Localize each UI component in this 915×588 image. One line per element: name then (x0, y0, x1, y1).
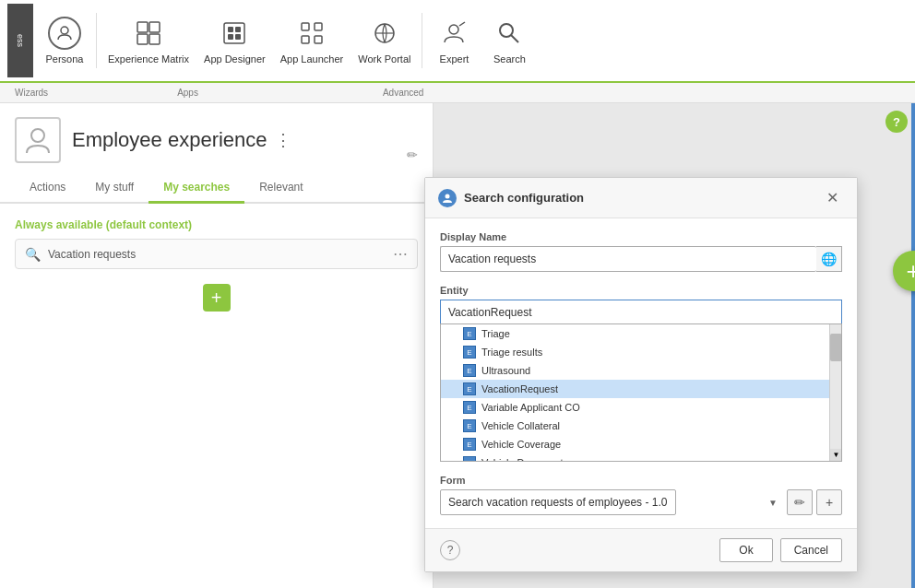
globe-button[interactable]: 🌐 (816, 246, 842, 272)
persona-icon (48, 17, 81, 50)
entity-item-vehicle-collateral[interactable]: E Vehicle Collateral (441, 417, 841, 435)
entity-icon-variable-applicant: E (463, 401, 476, 414)
modal-title: Search configuration (464, 191, 821, 205)
form-edit-button[interactable]: ✏ (787, 489, 813, 515)
app-launcher-icon (295, 17, 328, 50)
svg-rect-11 (315, 23, 322, 30)
subheader: Wizards Apps Advanced (0, 83, 915, 103)
group-apps-label: Apps (177, 88, 198, 98)
toolbar-item-persona[interactable]: Persona (37, 4, 92, 77)
form-row: Search vacation requests of employees - … (440, 489, 842, 515)
svg-point-21 (446, 194, 450, 198)
edit-icon[interactable]: ✏ (407, 147, 418, 166)
entity-icon-vacation-request: E (463, 382, 476, 395)
tab-relevant[interactable]: Relevant (244, 173, 317, 204)
scrollbar-thumb (830, 334, 842, 361)
entity-item-variable-applicant[interactable]: E Variable Applicant CO (441, 398, 841, 417)
form-select-wrapper: Search vacation requests of employees - … (440, 489, 783, 515)
toolbar-item-experience-matrix[interactable]: Experience Matrix (101, 4, 196, 77)
modal-close-button[interactable]: ✕ (821, 187, 844, 208)
entity-item-ultrasound[interactable]: E Ultrasound (441, 361, 841, 380)
toolbar-prev-label: ess (16, 34, 25, 47)
form-label: Form (440, 475, 842, 486)
search-item-icon: 🔍 (25, 247, 41, 262)
toolbar-prev-section[interactable]: ess (7, 4, 33, 77)
vacation-requests-item[interactable]: 🔍 Vacation requests ⋯ (15, 239, 418, 269)
entity-item-vacation-request[interactable]: E VacationRequest (441, 380, 841, 398)
main-content: Employee experience ⋮ ✏ Actions My stuff… (0, 103, 915, 588)
toolbar-item-app-launcher[interactable]: App Launcher (273, 4, 351, 77)
svg-rect-2 (149, 22, 160, 32)
page-header-menu-icon[interactable]: ⋮ (275, 130, 291, 150)
svg-line-17 (459, 22, 465, 26)
entity-icon-triage: E (463, 327, 476, 340)
toolbar-work-portal-label: Work Portal (358, 53, 410, 65)
tab-my-searches[interactable]: My searches (149, 173, 244, 204)
tab-my-stuff[interactable]: My stuff (80, 173, 149, 204)
cancel-button[interactable]: Cancel (780, 538, 842, 562)
entity-icon-vehicle-coverage: E (463, 438, 476, 451)
toolbar-experience-matrix-label: Experience Matrix (108, 53, 189, 65)
entity-list: E Triage E Triage results E Ultrasound E… (440, 323, 842, 462)
svg-rect-3 (137, 34, 148, 44)
toolbar-app-launcher-label: App Launcher (280, 53, 344, 65)
help-button[interactable]: ? (885, 111, 908, 133)
svg-rect-9 (235, 34, 241, 40)
modal-body: Display Name 🌐 Entity VacationRequest E … (425, 218, 857, 528)
toolbar-item-work-portal[interactable]: Work Portal (351, 4, 418, 77)
toolbar-sep-2 (422, 13, 422, 68)
entity-item-triage[interactable]: E Triage (441, 324, 841, 343)
avatar (15, 117, 61, 163)
svg-rect-10 (302, 23, 309, 30)
plus-fab-button[interactable]: + (893, 251, 915, 291)
form-add-button[interactable]: + (816, 489, 842, 515)
tab-bar: Actions My stuff My searches Relevant (0, 173, 433, 204)
svg-rect-8 (228, 34, 233, 40)
modal-header-icon (438, 189, 457, 207)
select-arrow-icon: ▼ (768, 498, 778, 508)
ok-button[interactable]: Ok (719, 538, 772, 562)
modal-footer: ? Ok Cancel (425, 528, 857, 571)
svg-rect-1 (137, 22, 148, 32)
toolbar-item-search[interactable]: Search (481, 4, 537, 77)
toolbar-app-designer-label: App Designer (204, 53, 266, 65)
section-title: Always available (default context) (0, 204, 433, 239)
display-name-row: 🌐 (440, 246, 842, 272)
toolbar-search-label: Search (493, 53, 526, 65)
svg-point-18 (500, 24, 513, 37)
svg-rect-7 (235, 27, 241, 32)
toolbar-persona-label: Persona (46, 53, 84, 65)
entity-item-vehicle-coverage[interactable]: E Vehicle Coverage (441, 435, 841, 453)
entity-item-vehicle-documents[interactable]: E Vehicle Documents (441, 453, 841, 462)
add-search-button[interactable]: + (203, 284, 231, 312)
entity-item-triage-results[interactable]: E Triage results (441, 343, 841, 361)
toolbar: ess Persona Experience Matrix (0, 0, 915, 83)
tab-actions[interactable]: Actions (15, 173, 80, 204)
toolbar-sep-1 (96, 13, 97, 68)
toolbar-expert-label: Expert (440, 53, 469, 65)
add-button-container: + (0, 284, 433, 312)
page-title: Employee experience (72, 128, 267, 152)
search-toolbar-icon (493, 17, 526, 50)
svg-point-0 (61, 27, 68, 34)
toolbar-item-app-designer[interactable]: App Designer (196, 4, 273, 77)
entity-icon-ultrasound: E (463, 364, 476, 377)
search-item-menu-icon[interactable]: ⋯ (393, 245, 408, 263)
svg-line-19 (511, 35, 518, 42)
expert-icon (437, 17, 470, 50)
scrollbar-down-arrow[interactable]: ▼ (830, 449, 842, 461)
experience-matrix-icon (132, 17, 165, 50)
display-name-input[interactable] (440, 246, 816, 272)
app-designer-icon (218, 17, 251, 50)
footer-help-button[interactable]: ? (440, 540, 460, 560)
entity-list-scrollbar[interactable]: ▼ (829, 324, 841, 461)
svg-rect-12 (302, 36, 309, 43)
entity-selected-display: VacationRequest (440, 300, 842, 323)
entity-icon-vehicle-collateral: E (463, 419, 476, 432)
form-select[interactable]: Search vacation requests of employees - … (440, 489, 676, 515)
modal-area-border (911, 103, 915, 588)
svg-point-16 (449, 25, 458, 34)
display-name-label: Display Name (440, 231, 842, 242)
toolbar-item-expert[interactable]: Expert (426, 4, 481, 77)
entity-icon-vehicle-documents: E (463, 456, 476, 462)
